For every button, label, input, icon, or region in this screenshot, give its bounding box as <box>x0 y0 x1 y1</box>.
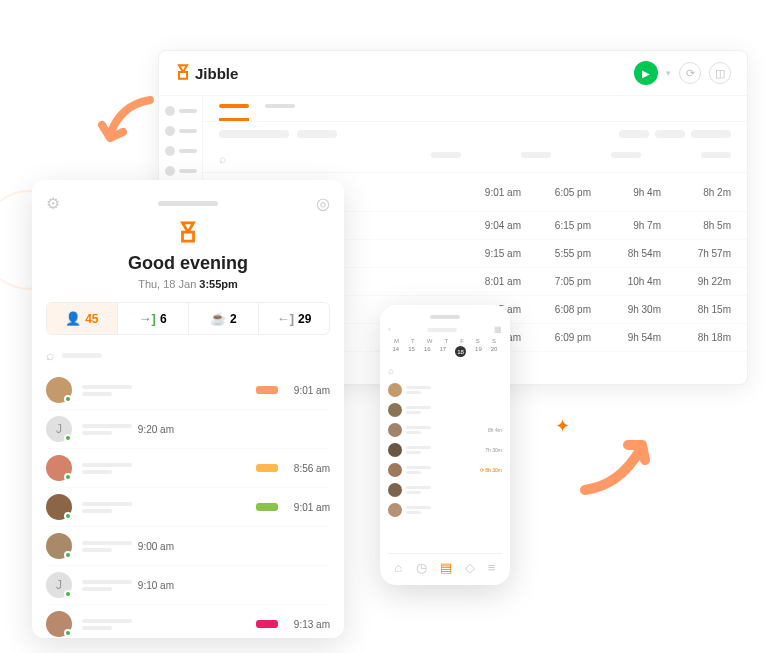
header-controls: ▶ ▾ ⟳ ◫ <box>634 61 731 85</box>
logout-icon: ←] <box>277 311 294 326</box>
calendar-icon[interactable]: ▦ <box>494 325 502 334</box>
date-cell[interactable]: 18 <box>455 346 466 357</box>
login-icon: →] <box>139 311 156 326</box>
chevron-left-icon[interactable]: ‹ <box>388 325 391 334</box>
greeting: Good evening <box>46 253 330 274</box>
date-cell[interactable]: 19 <box>475 346 482 357</box>
phone-person-row[interactable] <box>388 500 502 520</box>
target-icon[interactable]: ◎ <box>316 194 330 213</box>
sidebar-item[interactable] <box>165 146 197 156</box>
phone-person-row[interactable]: 7h 30m <box>388 440 502 460</box>
toolbar-filter[interactable] <box>219 130 289 138</box>
stat-out[interactable]: ←]29 <box>259 303 329 334</box>
phone-person-row[interactable] <box>388 480 502 500</box>
tab-menu-icon[interactable]: ≡ <box>488 560 496 575</box>
stat-present[interactable]: 👤45 <box>47 303 118 334</box>
stat-in[interactable]: →]6 <box>118 303 189 334</box>
toolbar-action[interactable] <box>619 130 649 138</box>
desktop-header: Jibble ▶ ▾ ⟳ ◫ <box>159 51 747 96</box>
sidebar-item[interactable] <box>165 126 197 136</box>
person-row[interactable]: 9:13 am <box>46 605 330 638</box>
tab-shield-icon[interactable]: ◇ <box>465 560 475 575</box>
tab-active[interactable] <box>219 104 249 108</box>
search-icon: ⌕ <box>46 347 54 363</box>
tab[interactable] <box>265 104 295 108</box>
settings-icon[interactable]: ⚙ <box>46 194 60 213</box>
date-cell[interactable]: 14 <box>392 346 399 357</box>
stat-break[interactable]: ☕2 <box>189 303 260 334</box>
person-row[interactable]: J 9:10 am <box>46 566 330 605</box>
table-header: ⌕ <box>203 146 747 173</box>
person-row[interactable]: 9:01 am <box>46 488 330 527</box>
logo: Jibble <box>175 64 238 83</box>
person-row[interactable]: J 9:20 am <box>46 410 330 449</box>
refresh-button[interactable]: ⟳ <box>679 62 701 84</box>
arrow-decoration <box>90 90 160 160</box>
toolbar-action[interactable] <box>655 130 685 138</box>
tab-timer-icon[interactable]: ◷ <box>416 560 427 575</box>
tab-bar <box>203 96 747 122</box>
sidebar-item[interactable] <box>165 166 197 176</box>
phone-tab-bar: ⌂ ◷ ▤ ◇ ≡ <box>388 553 502 581</box>
dropdown-icon[interactable]: ▾ <box>666 68 671 78</box>
tab-home-icon[interactable]: ⌂ <box>395 560 403 575</box>
sparkle-icon: ✦ <box>555 415 570 437</box>
search-row[interactable]: ⌕ <box>46 347 330 363</box>
arrow-decoration <box>570 410 670 510</box>
person-row[interactable]: 9:01 am <box>46 371 330 410</box>
phone-person-row[interactable]: 8h 4m <box>388 420 502 440</box>
stats-bar: 👤45 →]6 ☕2 ←]29 <box>46 302 330 335</box>
date-cell[interactable]: 16 <box>424 346 431 357</box>
person-row[interactable]: 9:00 am <box>46 527 330 566</box>
toolbar-action[interactable] <box>691 130 731 138</box>
date-time: Thu, 18 Jan 3:55pm <box>46 278 330 290</box>
logo-icon <box>175 64 191 83</box>
person-icon: 👤 <box>65 311 81 326</box>
tablet-window: ⚙ ◎ Good evening Thu, 18 Jan 3:55pm 👤45 … <box>32 180 344 638</box>
phone-person-row[interactable]: ⟳ 8h 30m <box>388 460 502 480</box>
table-search-icon[interactable]: ⌕ <box>219 152 226 166</box>
date-cell[interactable]: 15 <box>408 346 415 357</box>
date-cell[interactable]: 17 <box>439 346 446 357</box>
phone-window: ‹ ▦ MTWTFSS 14151617181920 ⌕ 8h 4m 7h 30… <box>380 305 510 585</box>
coffee-icon: ☕ <box>210 311 226 326</box>
week-days: MTWTFSS <box>388 338 502 344</box>
week-dates: 14151617181920 <box>388 346 502 357</box>
phone-person-row[interactable] <box>388 380 502 400</box>
tablet-logo-icon <box>46 221 330 249</box>
brand-name: Jibble <box>195 65 238 82</box>
stats-button[interactable]: ◫ <box>709 62 731 84</box>
person-row[interactable]: 8:56 am <box>46 449 330 488</box>
phone-search[interactable]: ⌕ <box>388 365 502 376</box>
date-cell[interactable]: 20 <box>491 346 498 357</box>
toolbar-filter[interactable] <box>297 130 337 138</box>
phone-person-row[interactable] <box>388 400 502 420</box>
tab-list-icon[interactable]: ▤ <box>440 560 452 575</box>
sidebar-item[interactable] <box>165 106 197 116</box>
play-button[interactable]: ▶ <box>634 61 658 85</box>
